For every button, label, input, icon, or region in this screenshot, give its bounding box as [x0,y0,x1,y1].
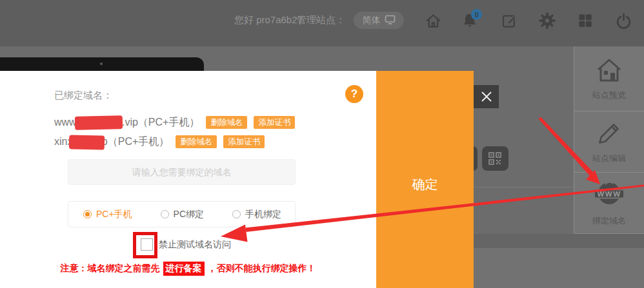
language-switch-button[interactable]: 简体 [354,12,404,29]
monitor-icon [385,15,396,26]
notification-badge: 0 [471,9,482,20]
user-greeting: 您好 pro7a6b27 [234,14,303,26]
record-filing-note: 注意：域名绑定之前需先 进行备案 ，否则不能执行绑定操作！ [0,262,376,276]
confirm-label: 确定 [376,176,474,193]
help-button[interactable]: ? [345,85,363,103]
annotation-highlight-box [133,232,157,258]
qr-code-button[interactable] [482,146,508,171]
confirm-button[interactable]: 确定 [376,71,474,288]
radio-icon [161,210,169,218]
close-button[interactable] [474,85,499,108]
page-bottom-area [474,248,644,288]
page: 您好 pro7a6b27 管理站点： 简体 0 [0,0,644,288]
add-certificate-button[interactable]: 添加证书 [254,116,295,130]
tablet-camera-dot [100,62,103,65]
sidebar-item-site-edit[interactable]: 站点编辑 [574,111,644,173]
home-icon[interactable] [424,12,442,30]
forbid-test-domain-label: 禁止测试域名访问 [159,239,231,251]
bind-mode-group: PC+手机 PC绑定 手机绑定 [68,201,296,227]
radio-icon [83,210,92,218]
radio-pc-and-mobile[interactable]: PC+手机 [83,209,132,220]
radio-mobile-bind[interactable]: 手机绑定 [232,209,281,220]
bell-icon[interactable]: 0 [461,12,479,30]
home-icon [594,57,624,86]
redaction-scribble [75,115,123,130]
sidebar-item-label: 绑定域名 [592,215,626,227]
qr-code-icon [488,152,502,166]
sidebar-item-label: 站点预览 [592,90,626,101]
www-globe-icon: WWW [592,180,626,212]
sidebar-item-site-preview[interactable]: 站点预览 [574,46,644,111]
language-label: 简体 [363,15,381,26]
power-icon[interactable] [614,12,632,30]
tablet-preview-image [0,57,204,71]
compose-icon[interactable] [500,12,518,30]
bound-domains-title: 已绑定域名： [54,90,112,102]
redaction-scribble [69,135,105,149]
pencil-icon [596,120,623,149]
add-certificate-button[interactable]: 添加证书 [223,135,265,149]
delete-domain-button[interactable]: 删除域名 [206,116,247,130]
delete-domain-button[interactable]: 删除域名 [176,135,217,149]
right-sidebar: 站点预览 站点编辑 WWW 绑定域名 [574,46,644,233]
grid-icon[interactable] [576,12,594,30]
close-icon [479,90,494,104]
page-section-band [474,234,644,248]
domain-input[interactable] [68,159,296,185]
filing-link[interactable]: 进行备案 [163,262,205,276]
radio-icon [232,210,241,218]
gear-icon[interactable] [538,12,556,30]
radio-pc-bind[interactable]: PC绑定 [161,209,204,220]
svg-text:WWW: WWW [597,190,621,198]
sidebar-item-label: 站点编辑 [592,153,626,164]
background-divider [474,187,574,187]
sidebar-item-bind-domain[interactable]: WWW 绑定域名 [574,173,644,234]
topbar: 您好 pro7a6b27 管理站点： 简体 0 [0,0,644,46]
manage-site-label: 管理站点： [297,14,345,26]
